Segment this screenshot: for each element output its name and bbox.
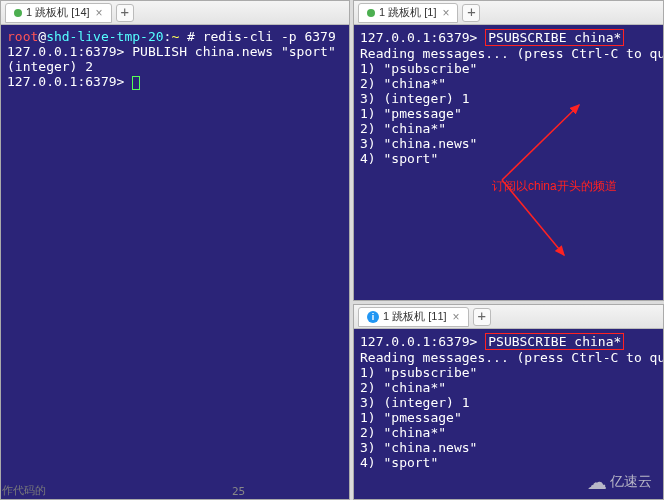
prompt-at: @ [38,29,46,44]
highlighted-command: PSUBSCRIBE china* [485,333,624,350]
terminal-pane-left: 1 跳板机 [14] × + root@shd-live-tmp-20:~ # … [0,0,350,500]
highlighted-command: PSUBSCRIBE china* [485,29,624,46]
svg-line-1 [502,180,564,255]
output-line: 2) "china*" [360,425,446,440]
tab-title: 1 跳板机 [1] [379,5,436,20]
cloud-icon: ☁ [587,470,607,494]
tab-left[interactable]: 1 跳板机 [14] × [5,3,112,23]
cursor-icon [132,76,140,90]
output-line: 3) "china.news" [360,440,477,455]
output-line: 1) "psubscribe" [360,365,477,380]
footer-text: 作代码的 [2,483,46,498]
cmd-text: # redis-cli -p 6379 [179,29,336,44]
terminal-right-top[interactable]: 127.0.0.1:6379> PSUBSCRIBE china* Readin… [354,25,663,300]
output-line: Reading messages... (press Ctrl-C to qui… [360,350,663,365]
output-line: 1) "psubscribe" [360,61,477,76]
watermark-text: 亿速云 [610,473,652,491]
svg-line-0 [502,105,579,180]
output-line: 2) "china*" [360,76,446,91]
output-line: 3) (integer) 1 [360,395,470,410]
prompt-user: root [7,29,38,44]
output-line: 1) "pmessage" [360,410,462,425]
output-line: 2) "china*" [360,121,446,136]
output-line: Reading messages... (press Ctrl-C to qui… [360,46,663,61]
watermark: ☁ 亿速云 [587,470,652,494]
redis-prompt: 127.0.0.1:6379> [7,74,132,89]
tab-bar-right-top: 1 跳板机 [1] × + [354,1,663,25]
output-line: 3) "china.news" [360,136,477,151]
output-line: 127.0.0.1:6379> PUBLISH china.news "spor… [7,44,336,59]
status-dot-icon [14,9,22,17]
terminal-pane-right-top: 1 跳板机 [1] × + 127.0.0.1:6379> PSUBSCRIBE… [353,0,664,301]
output-line: (integer) 2 [7,59,93,74]
tab-right-bottom[interactable]: i 1 跳板机 [11] × [358,307,469,327]
add-tab-button[interactable]: + [462,4,480,22]
tab-bar-left: 1 跳板机 [14] × + [1,1,349,25]
terminal-left[interactable]: root@shd-live-tmp-20:~ # redis-cli -p 63… [1,25,349,499]
close-icon[interactable]: × [442,6,449,20]
close-icon[interactable]: × [96,6,103,20]
close-icon[interactable]: × [453,310,460,324]
annotation-text: 订阅以china开头的频道 [492,179,617,194]
tab-title: 1 跳板机 [14] [26,5,90,20]
tab-bar-right-bottom: i 1 跳板机 [11] × + [354,305,663,329]
add-tab-button[interactable]: + [116,4,134,22]
redis-prompt: 127.0.0.1:6379> [360,334,485,349]
tab-right-top[interactable]: 1 跳板机 [1] × [358,3,458,23]
output-line: 4) "sport" [360,455,438,470]
tab-title: 1 跳板机 [11] [383,309,447,324]
output-line: 1) "pmessage" [360,106,462,121]
prompt-host: shd-live-tmp-20 [46,29,163,44]
output-line: 3) (integer) 1 [360,91,470,106]
output-line: 2) "china*" [360,380,446,395]
status-dot-icon [367,9,375,17]
add-tab-button[interactable]: + [473,308,491,326]
footer-number: 25 [232,485,245,498]
redis-prompt: 127.0.0.1:6379> [360,30,485,45]
info-dot-icon: i [367,311,379,323]
output-line: 4) "sport" [360,151,438,166]
